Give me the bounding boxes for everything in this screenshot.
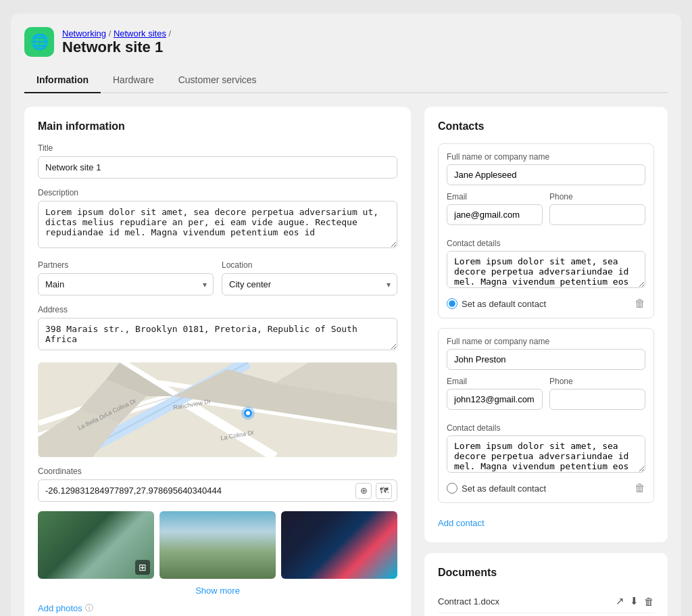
crosshair-icon-btn[interactable]: ⊕ [355,483,372,499]
contact2-email-group: Email [447,377,543,410]
breadcrumb: Networking / Network sites / [62,28,171,39]
add-photos-label: Add photos [38,603,82,613]
contact2-email-input[interactable] [447,389,543,410]
address-group: Address 398 Marais str., Brooklyn 0181, … [38,305,397,353]
address-label: Address [38,305,397,314]
doc-open-1[interactable]: ↗ [616,595,624,607]
photo-delete-1[interactable]: ⊞ [135,560,150,575]
contact1-email-label: Email [447,192,543,202]
content-area: Main information Title Description Lorem… [24,107,668,616]
photo-thumb-2 [159,511,276,579]
contact1-default-row: Set as default contact 🗑 [447,298,645,310]
contacts-heading: Contacts [438,120,654,133]
photo-thumb-3 [281,511,397,579]
partners-location-row: Partners Main Location City center [38,260,397,305]
contact1-email-phone-row: Email Phone [447,192,645,232]
contact2-phone-group: Phone [549,377,645,410]
doc-item-1: Contract 1.docx ↗ ⬇ 🗑 [438,590,654,613]
photo-thumb-1: ⊞ [38,511,154,579]
description-label: Description [38,188,397,197]
contact1-details-group: Contact details Lorem ipsum dolor sit am… [447,239,645,291]
location-group: Location City center [222,260,397,295]
location-label: Location [222,260,397,270]
map-container: La Bella Dr La Colina Dr Ranchview Dr La… [38,362,397,457]
contact2-name-input[interactable] [447,349,645,370]
contact1-phone-input[interactable] [549,204,645,225]
contact2-name-label: Full name or company name [447,337,645,346]
contact-block-1: Full name or company name Email Phone [438,143,654,318]
map-icon-btn[interactable]: 🗺 [376,483,392,499]
tab-bar: Information Hardware Customer services [24,68,668,93]
doc-delete-1[interactable]: 🗑 [644,595,654,607]
tab-information[interactable]: Information [24,68,101,93]
contact1-delete-btn[interactable]: 🗑 [635,298,645,310]
coordinates-icons: ⊕ 🗺 [355,483,392,499]
contact2-details-group: Contact details Lorem ipsum dolor sit am… [447,423,645,475]
contact2-name-group: Full name or company name [447,337,645,370]
contact1-email-input[interactable] [447,204,543,225]
doc-item-2: instructions for using the equipment 1.d… [438,613,654,616]
coordinates-input-wrap: ⊕ 🗺 [38,479,397,502]
contact2-phone-label: Phone [549,377,645,386]
contact2-default-row: Set as default contact 🗑 [447,482,645,494]
doc-name-1: Contract 1.docx [438,596,499,607]
contact2-details-label: Contact details [447,423,645,433]
contact1-name-group: Full name or company name [447,152,645,185]
location-select-wrapper: City center [222,273,397,295]
contact1-default-radio[interactable] [447,298,458,309]
svg-point-16 [246,411,250,415]
tab-hardware[interactable]: Hardware [101,68,166,93]
contact2-email-label: Email [447,377,543,386]
main-info-card: Main information Title Description Lorem… [24,107,411,616]
contact2-delete-btn[interactable]: 🗑 [635,482,645,494]
partners-select[interactable]: Main [38,273,214,295]
add-photos-btn[interactable]: Add photos ⓘ [38,602,397,614]
documents-heading: Documents [438,567,654,579]
title-label: Title [38,143,397,153]
doc-actions-1: ↗ ⬇ 🗑 [616,595,654,607]
contact1-details-input[interactable]: Lorem ipsum dolor sit amet, sea decore p… [447,251,645,288]
left-panel: Main information Title Description Lorem… [24,107,411,616]
contact1-name-label: Full name or company name [447,152,645,162]
description-group: Description Lorem ipsum dolor sit amet, … [38,188,397,251]
contact1-default-label[interactable]: Set as default contact [447,298,546,309]
contact1-phone-group: Phone [549,192,645,225]
header-text: Networking / Network sites / Network sit… [62,28,171,56]
partners-select-wrapper: Main [38,273,214,295]
add-photos-info-icon: ⓘ [85,602,93,614]
photos-grid: ⊞ [38,511,397,579]
page-title: Network site 1 [62,39,171,56]
location-select[interactable]: City center [222,273,397,295]
coordinates-label: Coordinates [38,467,397,476]
description-input[interactable]: Lorem ipsum dolor sit amet, sea decore p… [38,201,397,248]
contact1-name-input[interactable] [447,164,645,185]
contact-block-2: Full name or company name Email Phone [438,328,654,503]
title-group: Title [38,143,397,179]
coordinates-input[interactable] [38,479,397,502]
breadcrumb-sep1: / [109,28,114,39]
contact2-phone-input[interactable] [549,389,645,410]
contact2-email-phone-row: Email Phone [447,377,645,417]
contact1-email-group: Email [447,192,543,225]
title-input[interactable] [38,156,397,179]
address-input[interactable]: 398 Marais str., Brooklyn 0181, Pretoria… [38,318,397,350]
breadcrumb-networking[interactable]: Networking [62,28,106,39]
show-more-btn[interactable]: Show more [38,586,397,596]
page-container: 🌐 Networking / Network sites / Network s… [11,14,681,616]
partners-group: Partners Main [38,260,214,295]
right-panel: Contacts Full name or company name Email [424,107,668,616]
contact2-default-text: Set as default contact [462,483,546,494]
contacts-card: Contacts Full name or company name Email [424,107,668,542]
coordinates-group: Coordinates ⊕ 🗺 [38,467,397,502]
add-contact-btn[interactable]: Add contact [438,518,485,528]
partners-label: Partners [38,260,214,270]
app-icon: 🌐 [24,27,54,57]
contact1-details-label: Contact details [447,239,645,248]
tab-customer-services[interactable]: Customer services [166,68,269,93]
contact2-default-radio[interactable] [447,483,458,494]
breadcrumb-network-sites[interactable]: Network sites [114,28,166,39]
contact2-default-label[interactable]: Set as default contact [447,483,546,494]
contact2-details-input[interactable]: Lorem ipsum dolor sit amet, sea decore p… [447,435,645,473]
breadcrumb-sep2: / [169,28,172,39]
doc-download-1[interactable]: ⬇ [630,595,639,607]
